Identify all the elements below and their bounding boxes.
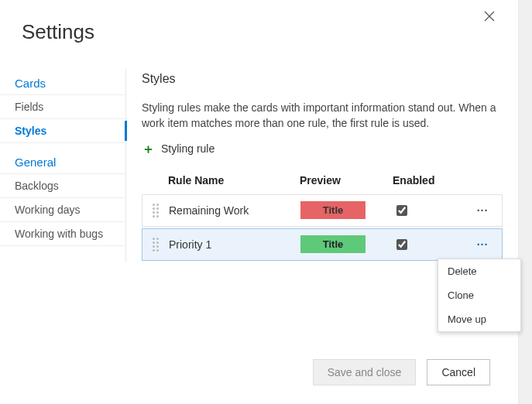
rules-header-row: Rule Name Preview Enabled [142, 169, 503, 194]
drag-handle-icon[interactable] [142, 238, 169, 252]
sidebar-item-working-days[interactable]: Working days [0, 198, 125, 222]
section-description: Styling rules make the cards with import… [142, 100, 503, 132]
enabled-checkbox[interactable] [396, 239, 407, 250]
section-title: Styles [142, 72, 503, 86]
sidebar-item-fields[interactable]: Fields [0, 95, 125, 119]
rule-enabled-cell [393, 237, 463, 252]
sidebar-item-working-with-bugs[interactable]: Working with bugs [0, 222, 125, 246]
rule-preview: Title [300, 201, 393, 219]
rule-row[interactable]: Priority 1 Title ··· [142, 228, 503, 261]
menu-item-move-up[interactable]: Move up [438, 307, 520, 331]
close-icon [484, 11, 495, 22]
add-rule-label: Styling rule [161, 142, 215, 155]
preview-chip: Title [300, 201, 366, 219]
col-preview: Preview [300, 174, 393, 187]
sidebar-item-backlogs[interactable]: Backlogs [0, 174, 125, 198]
row-actions-button[interactable]: ··· [463, 238, 502, 251]
rule-name: Remaining Work [169, 204, 300, 217]
settings-dialog: Settings Cards Fields Styles General Bac… [0, 0, 519, 404]
close-button[interactable] [484, 11, 498, 25]
drag-handle-icon[interactable] [142, 204, 169, 217]
rules-table: Rule Name Preview Enabled Remaining Work… [142, 169, 503, 261]
add-styling-rule-button[interactable]: ＋ Styling rule [142, 142, 215, 156]
save-and-close-button[interactable]: Save and close [313, 359, 417, 385]
rule-row[interactable]: Remaining Work Title ··· [142, 194, 503, 227]
sidebar-group-cards: Cards [0, 72, 125, 95]
menu-item-clone[interactable]: Clone [438, 283, 520, 307]
dialog-title: Settings [0, 0, 518, 44]
rule-name: Priority 1 [169, 238, 300, 251]
sidebar-group-general: General [0, 151, 125, 174]
cancel-button[interactable]: Cancel [427, 359, 490, 385]
plus-icon: ＋ [142, 142, 155, 156]
menu-item-delete[interactable]: Delete [438, 259, 520, 283]
preview-chip: Title [300, 235, 366, 253]
row-actions-button[interactable]: ··· [463, 204, 502, 217]
dialog-footer: Save and close Cancel [313, 359, 490, 385]
col-rule-name: Rule Name [168, 174, 300, 187]
rule-enabled-cell [393, 203, 463, 218]
sidebar-item-styles[interactable]: Styles [0, 119, 125, 143]
sidebar: Cards Fields Styles General Backlogs Wor… [0, 69, 126, 262]
row-context-menu: Delete Clone Move up [438, 258, 521, 332]
col-enabled: Enabled [393, 174, 462, 187]
rule-preview: Title [300, 235, 393, 253]
main-panel: Styles Styling rules make the cards with… [126, 69, 521, 262]
enabled-checkbox[interactable] [396, 205, 407, 216]
